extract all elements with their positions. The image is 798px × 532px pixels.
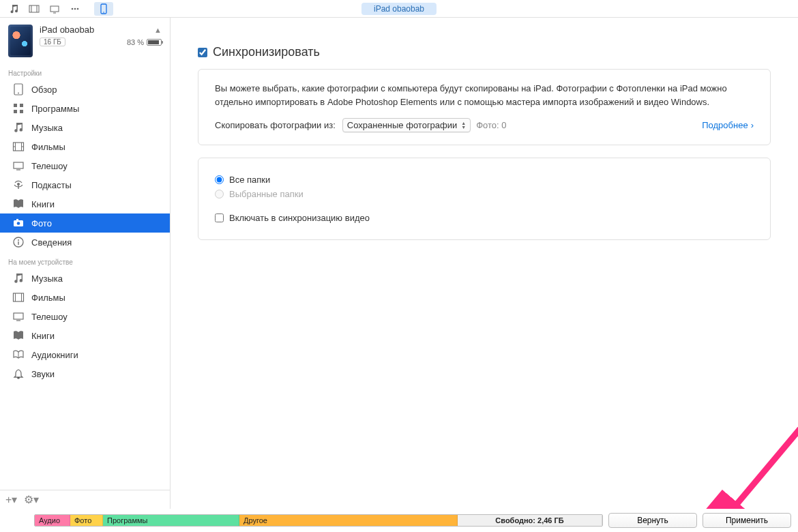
ondevice-item-books[interactable]: Книги <box>0 326 170 345</box>
svg-rect-1 <box>50 6 59 12</box>
checkbox-include-video[interactable] <box>215 213 224 222</box>
svg-rect-22 <box>14 293 24 301</box>
folder-select-value: Сохраненные фотографии <box>347 120 457 130</box>
sidebar-item-label: Телешоу <box>31 312 68 322</box>
svg-rect-23 <box>14 313 23 319</box>
podcasts-icon <box>12 179 25 191</box>
device-thumbnail <box>8 25 33 57</box>
tvshows-icon <box>12 160 25 172</box>
music-icon <box>12 121 25 134</box>
usage-audio-segment: Аудио <box>35 515 70 526</box>
sidebar-item-overview[interactable]: Обзор <box>0 80 170 99</box>
sidebar: iPad obaobab ▲ 16 ГБ 83 % Настройки Обзо… <box>0 18 171 509</box>
add-playlist-icon[interactable]: +▾ <box>5 493 17 506</box>
tones-icon <box>12 368 25 380</box>
sidebar-footer: +▾ ⚙︎▾ <box>0 490 170 509</box>
folder-options-panel: Все папки Выбранные папки Включать в син… <box>198 158 771 240</box>
sidebar-item-label: Фильмы <box>31 293 65 303</box>
title-toolbar: iPad obaobab <box>0 0 798 18</box>
books-icon <box>12 329 25 342</box>
apps-icon <box>12 102 25 115</box>
tvshows-icon <box>12 310 25 323</box>
sidebar-item-label: Программы <box>31 104 79 114</box>
eject-icon[interactable]: ▲ <box>154 26 162 34</box>
copy-from-label: Скопировать фотографии из: <box>215 120 336 130</box>
ondevice-item-tvshows[interactable]: Телешоу <box>0 307 170 326</box>
more-link[interactable]: Подробнее › <box>702 120 754 130</box>
device-header: iPad obaobab ▲ 16 ГБ 83 % <box>0 18 170 63</box>
apply-button[interactable]: Применить <box>703 513 791 528</box>
stepper-icon: ▲▼ <box>461 121 466 130</box>
opt-include-video-label: Включать в синхронизацию видео <box>229 213 370 223</box>
sidebar-item-label: Подкасты <box>31 180 72 190</box>
section-ondevice-label: На моем устройстве <box>0 252 170 269</box>
overview-icon <box>12 83 25 95</box>
movies-icon <box>12 291 25 304</box>
movies-icon <box>12 141 25 153</box>
photo-count: Фото: 0 <box>476 120 506 130</box>
info-text: Вы можете выбрать, какие фотографии с ко… <box>215 82 754 108</box>
svg-point-2 <box>72 8 74 10</box>
usage-free-segment: Свободно: 2,46 ГБ <box>458 515 602 526</box>
svg-point-4 <box>77 8 79 10</box>
sidebar-item-label: Телешоу <box>31 161 68 171</box>
section-settings-label: Настройки <box>0 63 170 80</box>
svg-rect-9 <box>14 104 17 107</box>
sync-checkbox[interactable] <box>198 48 207 57</box>
sidebar-item-tvshows[interactable]: Телешоу <box>0 156 170 175</box>
sidebar-item-label: Аудиокниги <box>31 350 78 360</box>
svg-line-24 <box>714 356 798 509</box>
usage-photo-segment: Фото <box>70 515 103 526</box>
revert-button[interactable]: Вернуть <box>608 513 697 528</box>
ondevice-item-movies[interactable]: Фильмы <box>0 288 170 307</box>
radio-all-folders[interactable] <box>215 175 224 184</box>
sidebar-item-movies[interactable]: Фильмы <box>0 137 170 156</box>
opt-all-label: Все папки <box>229 175 270 185</box>
sync-info-panel: Вы можете выбрать, какие фотографии с ко… <box>198 69 771 145</box>
ondevice-item-audiobooks[interactable]: Аудиокниги <box>0 345 170 364</box>
main-content: Синхронизировать Вы можете выбрать, каки… <box>171 18 798 509</box>
svg-rect-10 <box>20 104 23 107</box>
svg-point-8 <box>18 93 19 94</box>
sidebar-item-label: Сведения <box>31 237 72 248</box>
photos-icon <box>12 217 25 229</box>
sidebar-item-books[interactable]: Книги <box>0 194 170 213</box>
svg-point-20 <box>18 239 19 241</box>
info-icon <box>12 236 25 248</box>
sidebar-item-info[interactable]: Сведения <box>0 233 170 252</box>
device-title-pill[interactable]: iPad obaobab <box>361 3 437 15</box>
sidebar-item-music[interactable]: Музыка <box>0 118 170 137</box>
sidebar-item-label: Музыка <box>31 274 63 284</box>
sidebar-item-podcasts[interactable]: Подкасты <box>0 175 170 194</box>
audiobooks-icon <box>12 349 25 361</box>
svg-point-18 <box>17 222 20 225</box>
battery-percent: 83 % <box>127 38 144 46</box>
svg-rect-17 <box>16 219 18 221</box>
media-music-icon[interactable] <box>4 2 23 16</box>
svg-rect-14 <box>14 162 23 168</box>
sidebar-item-photos[interactable]: Фото <box>0 213 170 233</box>
sidebar-item-programs[interactable]: Программы <box>0 99 170 118</box>
sidebar-item-label: Фильмы <box>31 142 65 152</box>
svg-rect-21 <box>18 241 18 245</box>
media-type-buttons <box>4 2 85 16</box>
sidebar-item-label: Книги <box>31 199 55 209</box>
folder-select[interactable]: Сохраненные фотографии ▲▼ <box>342 118 471 132</box>
bottom-bar: Аудио Фото Программы Другое Свободно: 2,… <box>0 509 798 532</box>
media-tvshows-icon[interactable] <box>45 2 64 16</box>
sidebar-item-label: Звуки <box>31 369 55 379</box>
annotation-arrow <box>690 340 798 509</box>
gear-icon[interactable]: ⚙︎▾ <box>24 493 39 506</box>
ondevice-item-music[interactable]: Музыка <box>0 269 170 288</box>
opt-selected-label: Выбранные папки <box>229 189 304 199</box>
media-more-icon[interactable] <box>65 2 85 16</box>
ondevice-item-tones[interactable]: Звуки <box>0 364 170 383</box>
usage-programs-segment: Программы <box>103 515 239 526</box>
device-name: iPad obaobab <box>40 25 154 35</box>
chevron-right-icon: › <box>751 120 754 130</box>
battery-icon <box>147 39 162 46</box>
radio-selected-folders <box>215 190 224 198</box>
books-icon <box>12 198 25 210</box>
media-movies-icon[interactable] <box>25 2 44 16</box>
device-button-icon[interactable] <box>94 2 113 16</box>
